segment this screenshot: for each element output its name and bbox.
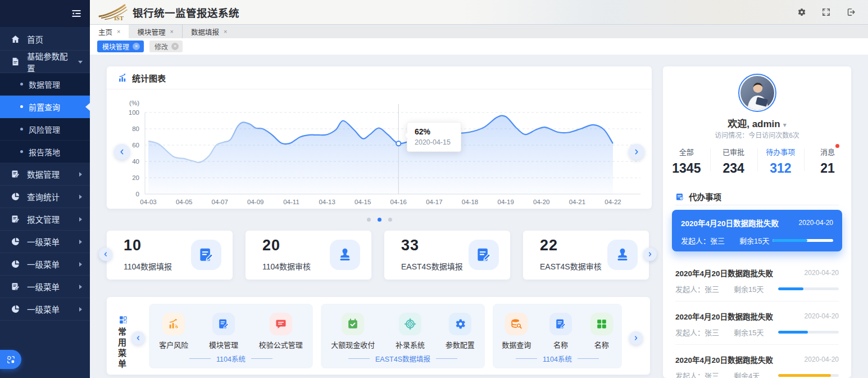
bullet-icon — [20, 128, 23, 130]
quick-item-2-1[interactable]: 名称 — [549, 313, 572, 350]
sidebar-subitem-label: 风险管理 — [29, 124, 60, 135]
svg-text:04-18: 04-18 — [462, 199, 478, 205]
gear-wrench-icon — [449, 313, 471, 335]
filter-chip-1[interactable]: 修改× — [149, 40, 183, 52]
stat-label: 已审批 — [722, 146, 744, 157]
sidebar-item-1[interactable]: 基础参数配置 — [0, 51, 90, 73]
svg-text:04-19: 04-19 — [497, 199, 513, 205]
sidebar-item-6[interactable]: 一级菜单 — [0, 253, 90, 276]
collapse-menu-icon[interactable] — [70, 7, 83, 20]
quick-item-1-0[interactable]: 大额现金收付 — [331, 313, 375, 350]
todo-item-3[interactable]: 2020年4月20日数据跑批失败2020-04-20 发起人：张三剩余4天 — [663, 345, 851, 378]
svg-text:04-22: 04-22 — [605, 199, 621, 205]
close-icon[interactable]: × — [117, 29, 120, 35]
close-icon[interactable]: × — [171, 43, 179, 50]
progress-bar — [778, 331, 839, 334]
close-icon[interactable]: × — [224, 29, 227, 35]
tab-0[interactable]: 主页× — [90, 25, 129, 38]
stat-card-1[interactable]: 20 1104数据审核 — [246, 231, 371, 280]
stat-label: 消息 — [820, 146, 835, 157]
close-icon[interactable]: × — [133, 43, 140, 50]
quick-item-2-2[interactable]: 名称 — [590, 313, 613, 350]
quick-item-label: 模块管理 — [209, 339, 238, 350]
stat-cards-next-button[interactable] — [643, 248, 657, 261]
quick-menu-group-1: 大额现金收付 补录系统 参数配置EAST4S数据填报 — [321, 304, 485, 368]
theme-float-button[interactable] — [0, 350, 21, 369]
caret-right-icon — [78, 217, 83, 222]
quick-item-label: 补录系统 — [396, 339, 425, 350]
filter-chip-0[interactable]: 模块管理× — [97, 40, 144, 52]
quick-item-0-2[interactable]: 校验公式管理 — [259, 313, 303, 350]
close-icon[interactable]: × — [170, 29, 173, 35]
sidebar-subitem-label: 数据管理 — [29, 79, 60, 90]
sidebar-submenu: 数据管理 前置查询 风险管理 报告落地 — [0, 73, 90, 163]
pager-dot-0[interactable] — [367, 218, 371, 222]
sidebar-item-7[interactable]: 一级菜单 — [0, 276, 90, 298]
stat-value: 10 — [124, 237, 142, 254]
chart-prev-button[interactable] — [114, 144, 130, 160]
profile-stat-1[interactable]: 已审批 234 — [710, 145, 757, 176]
todo-item-0[interactable]: 2020年4月20日数据跑批失败2020-04-20 发起人：张三剩余15天 — [672, 210, 842, 251]
chart-area: 020406080100(%)04-0304-0504-0704-0904-11… — [107, 89, 652, 209]
welcome-text[interactable]: 欢迎, admin▾ — [663, 116, 851, 130]
svg-text:04-07: 04-07 — [211, 199, 228, 205]
todo-item-1[interactable]: 2020年4月20日数据跑批失败2020-04-20 发起人：张三剩余15天 — [663, 258, 851, 301]
caret-right-icon — [78, 262, 83, 267]
quick-item-0-0[interactable]: 客户风险 — [159, 313, 188, 350]
pager-dot-2[interactable] — [388, 218, 392, 222]
sidebar-subitem-3[interactable]: 报告落地 — [0, 141, 90, 163]
logout-icon[interactable] — [846, 7, 856, 17]
quick-item-0-1[interactable]: 模块管理 — [209, 313, 238, 350]
stat-card-2[interactable]: 33 EAST4S数据填报 — [384, 231, 510, 280]
stat-card-0[interactable]: 10 1104数据填报 — [107, 231, 233, 280]
sidebar-item-label: 首页 — [27, 33, 43, 45]
tab-1[interactable]: 模块管理× — [129, 25, 181, 38]
doc-edit-icon — [549, 313, 572, 335]
sidebar-item-2[interactable]: 数据管理 — [0, 163, 90, 186]
tab-label: 模块管理 — [137, 26, 165, 37]
fullscreen-icon[interactable] — [821, 7, 831, 17]
sidebar-subitem-label: 报告落地 — [29, 146, 60, 158]
svg-text:04-21: 04-21 — [569, 199, 585, 205]
svg-text:60: 60 — [132, 142, 139, 148]
todo-title: 2020年4月20日数据跑批失败 — [675, 310, 773, 322]
main-content: 统计图表 020406080100(%)04-0304-0504-0704-09… — [90, 55, 868, 378]
caret-right-icon — [78, 239, 83, 245]
stat-value: 234 — [710, 161, 757, 176]
sidebar-item-3[interactable]: 查询统计 — [0, 186, 90, 208]
profile-stat-2[interactable]: 待办事项 312 — [757, 145, 805, 176]
profile-stat-3[interactable]: 消息 21 — [804, 145, 851, 176]
todo-item-2[interactable]: 2020年4月20日数据跑批失败2020-04-20 发起人：张三剩余15天 — [663, 302, 851, 344]
chart-next-button[interactable] — [629, 144, 644, 160]
quick-menu-group-2: 数据查询 名称 名称1104系统 — [493, 304, 622, 368]
sidebar-item-4[interactable]: 报文管理 — [0, 208, 90, 231]
quick-menu-groups: 客户风险 模块管理 校验公式管理1104系统 大额现金收付 补录系统 参数配置E… — [149, 304, 622, 368]
logo-text: IST — [114, 15, 124, 21]
todo-remaining: 剩余15天 — [734, 327, 764, 338]
quick-item-2-0[interactable]: 数据查询 — [502, 313, 531, 350]
sidebar-item-5[interactable]: 一级菜单 — [0, 231, 90, 253]
profile-stat-0[interactable]: 全部 1345 — [663, 145, 710, 176]
quick-item-1-1[interactable]: 补录系统 — [396, 313, 425, 350]
header: IST 银行统一监管报送系统 — [90, 0, 868, 25]
quick-item-1-2[interactable]: 参数配置 — [446, 313, 475, 350]
gear-icon[interactable] — [797, 7, 806, 17]
sidebar-subitem-2[interactable]: 风险管理 — [0, 118, 90, 141]
stat-card-3[interactable]: 22 EAST4S数据审核 — [523, 231, 649, 280]
sidebar-item-8[interactable]: 一级菜单 — [0, 298, 90, 321]
quick-item-label: 数据查询 — [502, 339, 531, 350]
sidebar-item-label: 查询统计 — [27, 191, 60, 202]
avatar[interactable] — [738, 74, 776, 112]
pager-dot-1[interactable] — [378, 218, 381, 222]
sidebar-item-0[interactable]: 首页 — [0, 28, 90, 51]
quick-menu-next-button[interactable] — [629, 331, 643, 345]
tab-2[interactable]: 数据填报× — [182, 25, 235, 38]
stat-cards-prev-button[interactable] — [99, 248, 112, 261]
sidebar-subitem-0[interactable]: 数据管理 — [0, 73, 90, 96]
sidebar-subitem-1[interactable]: 前置查询 — [0, 96, 90, 118]
sidebar-subitem-label: 前置查询 — [29, 101, 60, 112]
stat-value: 33 — [401, 237, 419, 254]
pie-icon — [11, 259, 20, 269]
svg-text:40: 40 — [132, 158, 139, 165]
quick-menu-prev-button[interactable] — [131, 331, 145, 345]
